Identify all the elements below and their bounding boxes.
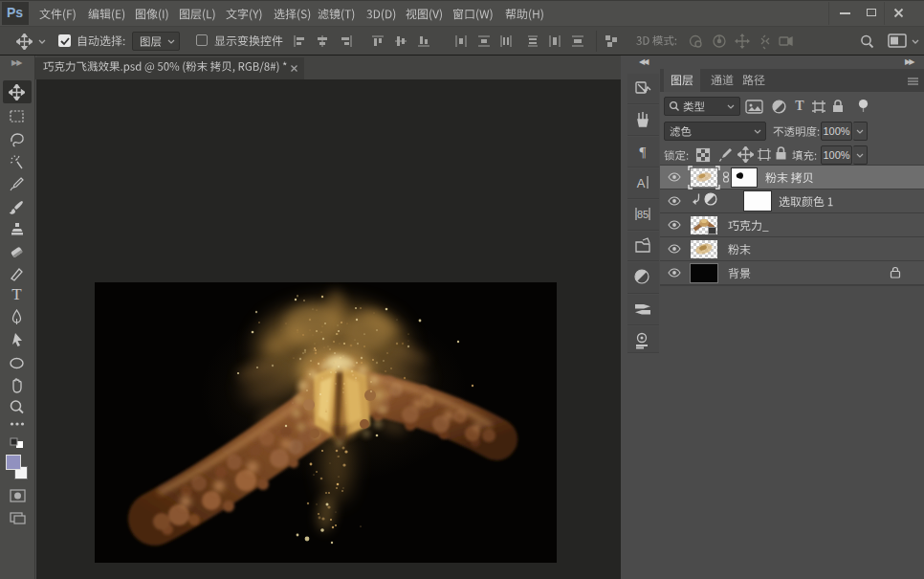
svg-text:85: 85 [637, 209, 649, 220]
svg-text:A: A [637, 176, 646, 190]
svg-text:T: T [11, 286, 22, 302]
svg-text:¶: ¶ [640, 145, 647, 160]
